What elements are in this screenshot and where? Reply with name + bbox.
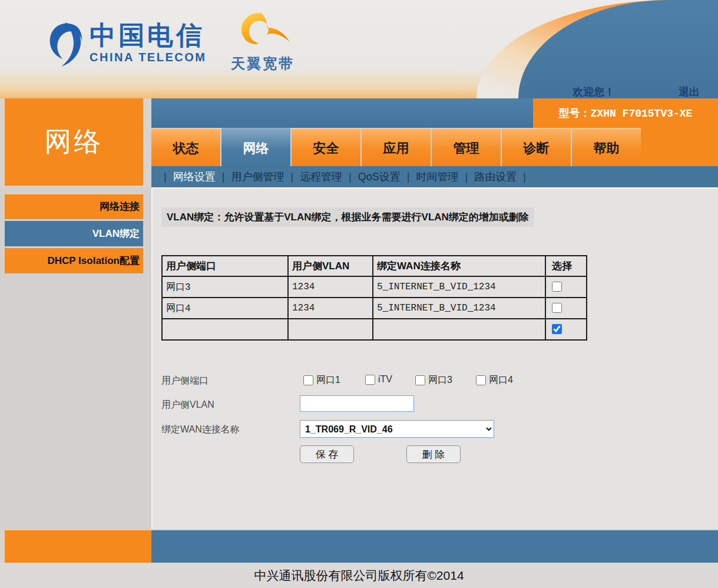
subnav-item-time-management[interactable]: 时间管理 [416,170,458,184]
brand-name-english: CHINA TELECOM [90,51,206,64]
save-button[interactable]: 保 存 [300,445,354,463]
cell-vlan: 1234 [288,276,373,298]
port-option-checkbox-lan4[interactable] [476,375,486,385]
port-option: 网口3 [415,374,452,387]
subnav-item-remote-management[interactable]: 远程管理 [300,170,342,184]
copyright-text: 中兴通讯股份有限公司版权所有©2014 [254,567,464,584]
table-row: 网口3 1234 5_INTERNET_B_VID_1234 [162,276,587,298]
cell-port: 网口3 [162,276,288,298]
subnav-separator: | [290,171,293,183]
welcome-text: 欢迎您！ [573,85,615,98]
wan-select[interactable]: 1_TR069_R_VID_46 [300,420,494,438]
table-row: 网口4 1234 5_INTERNET_B_VID_1234 [162,298,587,319]
sidebar: 网络连接 VLAN绑定 DHCP Isolation配置 [0,187,151,529]
tianyi-swirl-icon [234,12,291,53]
row-select-checkbox[interactable] [552,324,562,334]
cell-port [162,319,288,340]
tianyi-broadband-logo: 天翼宽带 [231,12,295,73]
content-panel: VLAN绑定：允许设置基于VLAN绑定，根据业务需要进行VLAN绑定的增加或删除… [151,187,718,529]
cell-vlan: 1234 [288,298,373,319]
subnav-separator: | [465,171,468,183]
subnav-separator: | [523,171,526,183]
table-header-wan: 绑定WAN连接名称 [373,256,545,276]
tab-application[interactable]: 应用 [362,128,431,166]
port-option-label: 网口4 [489,374,513,387]
port-option: iTV [365,374,392,385]
row-select-checkbox[interactable] [552,282,562,292]
subnav-separator: | [349,171,352,183]
table-header-vlan: 用户侧VLAN [288,256,373,276]
table-header-select: 选择 [545,256,587,276]
brand-name-chinese: 中国电信 [90,20,206,51]
tianyi-broadband-label: 天翼宽带 [231,54,295,73]
cell-wan [373,319,545,340]
model-badge: 型号：ZXHN F7015TV3-XE [533,98,718,129]
copyright-bar: 中兴通讯股份有限公司版权所有©2014 [0,563,718,588]
footer-blue-band [151,530,718,563]
subnav-separator: | [407,171,410,183]
blue-corner-decoration [518,0,718,98]
vlan-binding-description: VLAN绑定：允许设置基于VLAN绑定，根据业务需要进行VLAN绑定的增加或删除 [161,207,534,227]
tab-help[interactable]: 帮助 [572,128,641,166]
cell-port: 网口4 [162,298,288,319]
port-option-label: iTV [378,374,392,385]
port-option: 网口1 [303,374,340,387]
main-tabbar: 状态 网络 安全 应用 管理 诊断 帮助 [151,128,718,166]
port-option: 网口4 [476,374,513,387]
cell-vlan [288,319,373,340]
user-port-label: 用户侧端口 [161,375,209,387]
row-select-checkbox[interactable] [552,303,562,313]
tab-management[interactable]: 管理 [432,128,501,166]
subnav-separator: | [222,171,225,183]
subnav-separator: | [164,171,167,183]
tab-diagnosis[interactable]: 诊断 [502,128,571,166]
sidebar-section-title: 网络 [5,98,143,186]
table-row [162,319,587,340]
subnav-item-network-settings[interactable]: 网络设置 [173,170,216,184]
subnav: | 网络设置 | 用户侧管理 | 远程管理 | QoS设置 | 时间管理 | 路… [151,166,718,187]
tab-security[interactable]: 安全 [292,128,360,166]
china-telecom-symbol-icon [48,20,85,70]
table-header-port: 用户侧端口 [162,256,288,276]
sidebar-item-network-connection[interactable]: 网络连接 [5,194,143,219]
delete-button[interactable]: 删 除 [406,445,461,463]
table-header-row: 用户侧端口 用户侧VLAN 绑定WAN连接名称 选择 [162,256,587,276]
tab-network[interactable]: 网络 [221,128,290,166]
port-option-checkbox-lan3[interactable] [415,375,425,385]
cell-wan: 5_INTERNET_B_VID_1234 [373,298,545,319]
port-option-label: 网口1 [316,374,340,387]
port-option-checkbox-itv[interactable] [365,375,375,385]
vlan-input[interactable] [300,395,414,412]
logout-link[interactable]: 退出 [679,85,700,98]
header: 中国电信 CHINA TELECOM 天翼宽带 欢迎您！ 退出 [0,0,718,98]
cell-wan: 5_INTERNET_B_VID_1234 [373,276,545,298]
subnav-item-qos-settings[interactable]: QoS设置 [358,170,401,184]
tab-status[interactable]: 状态 [151,128,220,166]
subnav-item-user-side-management[interactable]: 用户侧管理 [231,170,284,184]
port-option-checkbox-lan1[interactable] [303,375,313,385]
sidebar-item-dhcp-isolation[interactable]: DHCP Isolation配置 [5,248,143,273]
china-telecom-logo: 中国电信 CHINA TELECOM [48,20,206,70]
subnav-item-route-settings[interactable]: 路由设置 [474,170,517,184]
user-vlan-label: 用户侧VLAN [161,399,214,411]
vlan-binding-table: 用户侧端口 用户侧VLAN 绑定WAN连接名称 选择 网口3 1234 5_IN… [161,255,587,341]
port-option-label: 网口3 [428,374,452,387]
wan-connection-label: 绑定WAN连接名称 [161,424,240,436]
router-admin-page: 中国电信 CHINA TELECOM 天翼宽带 欢迎您！ 退出 天翼 [0,0,718,588]
sidebar-item-vlan-binding[interactable]: VLAN绑定 [5,221,143,246]
footer-orange-band [5,530,151,563]
